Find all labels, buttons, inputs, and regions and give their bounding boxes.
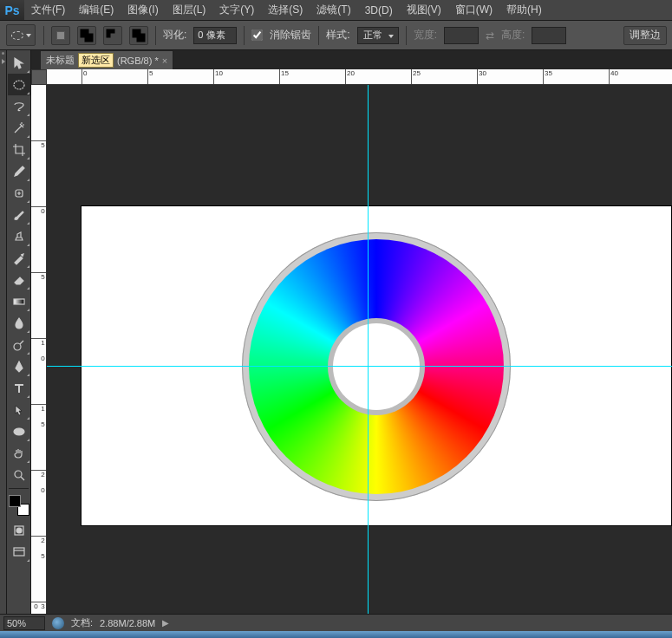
selection-subtract-button[interactable] [103, 26, 122, 45]
marquee-tool[interactable] [8, 74, 30, 95]
quick-mask-toggle[interactable] [8, 519, 30, 541]
blur-tool[interactable] [8, 312, 30, 334]
close-tab-icon[interactable]: × [162, 55, 167, 66]
document-tab-title: 未标题 [46, 54, 75, 67]
status-bar: 50% 文档:2.88M/2.88M ▶ [0, 614, 672, 631]
app-logo[interactable]: Ps [0, 0, 24, 20]
document-tab[interactable]: 未标题新选区(RGB/8) * × [40, 50, 173, 69]
width-label: 宽度: [414, 28, 437, 42]
clone-stamp-tool[interactable] [8, 225, 30, 247]
svg-rect-8 [14, 299, 24, 304]
svg-point-13 [16, 528, 22, 533]
separator [318, 26, 319, 45]
hand-tool[interactable] [8, 442, 30, 464]
eyedropper-tool[interactable] [8, 160, 30, 182]
menu-layer[interactable]: 图层(L) [166, 0, 213, 20]
menu-file[interactable]: 文件(F) [24, 0, 72, 20]
vertical-guide[interactable] [368, 85, 369, 614]
os-taskbar[interactable] [0, 631, 672, 638]
move-tool[interactable] [8, 52, 30, 74]
antialias-label: 消除锯齿 [270, 28, 311, 42]
dodge-tool[interactable] [8, 334, 30, 355]
svg-point-9 [14, 343, 21, 350]
swap-dimensions-icon: ⇄ [486, 29, 494, 42]
refine-edge-button[interactable]: 调整边 [623, 26, 667, 45]
path-select-tool[interactable] [8, 399, 30, 420]
history-brush-tool[interactable] [8, 247, 30, 269]
brush-tool[interactable] [8, 204, 30, 225]
height-label: 高度: [501, 28, 525, 42]
chevron-right-icon [2, 59, 5, 64]
menu-help[interactable]: 帮助(H) [499, 0, 549, 20]
svg-rect-3 [111, 33, 120, 42]
menu-view[interactable]: 视图(V) [400, 0, 448, 20]
options-bar: 羽化: 消除锯齿 样式: 正常 宽度: ⇄ 高度: 调整边 [0, 21, 672, 50]
ellipse-marquee-icon [11, 31, 23, 40]
document-info-icon[interactable] [52, 617, 64, 629]
healing-brush-tool[interactable] [8, 182, 30, 204]
type-tool[interactable] [8, 377, 30, 399]
chevron-right-icon[interactable]: ▶ [162, 618, 169, 628]
menu-3d[interactable]: 3D(D) [358, 0, 400, 20]
color-wheel-artwork [242, 232, 511, 501]
document-area: 未标题新选区(RGB/8) * × 051015202530354045 505… [31, 50, 672, 614]
eraser-tool[interactable] [8, 269, 30, 290]
svg-point-10 [14, 428, 24, 435]
antialias-checkbox[interactable] [251, 29, 263, 41]
feather-input[interactable] [193, 27, 237, 44]
zoom-tool[interactable] [8, 464, 30, 485]
menu-filter[interactable]: 滤镜(T) [310, 0, 357, 20]
lasso-tool[interactable] [8, 95, 30, 117]
style-select[interactable]: 正常 [357, 27, 399, 44]
document-size-label: 文档: [71, 616, 93, 629]
menu-image[interactable]: 图像(I) [121, 0, 165, 20]
gradient-tool[interactable] [8, 290, 30, 312]
svg-point-11 [15, 471, 22, 478]
menu-edit[interactable]: 编辑(E) [72, 0, 121, 20]
panel-collapse-strip[interactable] [0, 50, 7, 614]
separator [155, 26, 156, 45]
color-swatches[interactable] [9, 495, 29, 516]
canvas-viewport[interactable] [47, 85, 672, 614]
separator [9, 488, 29, 489]
document-tab-mode: (RGB/8) * [117, 55, 159, 66]
screen-mode-toggle[interactable] [8, 541, 30, 563]
shape-tool[interactable] [8, 420, 30, 442]
svg-rect-5 [137, 33, 146, 42]
separator [244, 26, 245, 45]
document-tab-row: 未标题新选区(RGB/8) * × [31, 50, 672, 69]
crop-tool[interactable] [8, 139, 30, 160]
svg-rect-1 [85, 33, 94, 42]
selection-add-button[interactable] [77, 26, 96, 45]
width-input [444, 27, 479, 44]
separator [43, 26, 44, 45]
menu-bar: Ps 文件(F) 编辑(E) 图像(I) 图层(L) 文字(Y) 选择(S) 滤… [0, 0, 672, 21]
height-input [532, 27, 566, 44]
tool-preset-picker[interactable] [6, 24, 36, 46]
menu-window[interactable]: 窗口(W) [448, 0, 499, 20]
horizontal-ruler[interactable]: 051015202530354045 [47, 69, 672, 85]
selection-mode-tooltip: 新选区 [78, 53, 114, 68]
chevron-down-icon [388, 35, 394, 38]
feather-label: 羽化: [163, 28, 186, 42]
selection-new-button[interactable] [51, 26, 70, 45]
svg-rect-14 [14, 548, 24, 556]
pen-tool[interactable] [8, 355, 30, 377]
svg-point-6 [14, 81, 24, 89]
tool-panel [7, 50, 31, 614]
workspace: 未标题新选区(RGB/8) * × 051015202530354045 505… [0, 50, 672, 614]
square-icon [56, 31, 65, 40]
document-size-value: 2.88M/2.88M [100, 618, 155, 628]
chevron-down-icon [26, 34, 31, 37]
ruler-origin[interactable] [31, 69, 47, 85]
magic-wand-tool[interactable] [8, 117, 30, 139]
menu-select[interactable]: 选择(S) [261, 0, 310, 20]
horizontal-guide[interactable] [47, 366, 672, 367]
selection-intersect-button[interactable] [129, 26, 148, 45]
separator [406, 26, 407, 45]
zoom-level[interactable]: 50% [3, 616, 45, 630]
foreground-color-swatch[interactable] [9, 495, 21, 507]
vertical-ruler[interactable]: 5051 01 52 02 53 0 [31, 85, 47, 614]
style-label: 样式: [326, 28, 349, 42]
menu-type[interactable]: 文字(Y) [212, 0, 261, 20]
